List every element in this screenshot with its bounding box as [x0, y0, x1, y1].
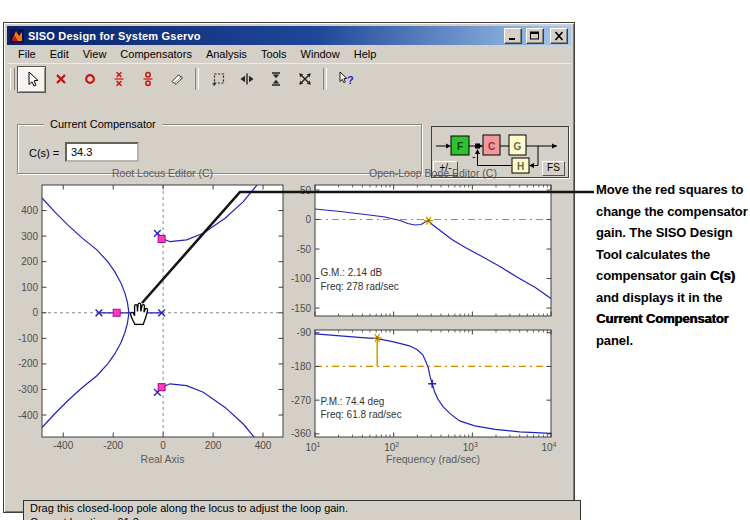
panel-legend: Current Compensator — [44, 118, 162, 130]
sum-junction — [475, 144, 480, 149]
add-real-pole-button[interactable] — [46, 66, 75, 93]
close-icon — [553, 31, 565, 41]
add-real-pole-icon — [53, 71, 69, 87]
menu-item-window[interactable]: Window — [294, 46, 347, 62]
status-bar: Drag this closed-loop pole along the loc… — [23, 500, 581, 520]
zoom-box-icon — [210, 71, 226, 87]
status-line-1: Drag this closed-loop pole along the loc… — [30, 502, 574, 516]
toolbar-grip[interactable] — [10, 68, 15, 90]
compensator-equation-label: C(s) = — [29, 147, 59, 159]
loop-structure-button[interactable]: FS — [542, 161, 565, 176]
sensor-label: H — [517, 161, 524, 172]
feedback-sign-label: - — [472, 150, 476, 162]
zoom-y-button[interactable] — [261, 66, 290, 93]
callout-line: Move the red squares to — [596, 179, 750, 201]
context-help-icon: ? — [338, 71, 354, 87]
add-complex-zero-button[interactable] — [133, 66, 162, 93]
callout-line: change the compensator — [596, 201, 750, 223]
menu-item-help[interactable]: Help — [347, 46, 384, 62]
add-real-zero-button[interactable] — [75, 66, 104, 93]
current-compensator-panel: Current Compensator C(s) = — [17, 124, 422, 174]
context-help-button[interactable]: ? — [331, 66, 360, 93]
close-button[interactable] — [550, 28, 568, 44]
compensator-gain-input[interactable] — [65, 142, 139, 162]
matlab-app-icon — [10, 29, 24, 43]
minimize-icon — [507, 31, 519, 41]
menubar: FileEditViewCompensatorsAnalysisToolsWin… — [7, 45, 571, 63]
erase-pole-zero-button[interactable] — [162, 66, 191, 93]
pointer-icon — [24, 71, 40, 87]
add-complex-pole-button[interactable] — [104, 66, 133, 93]
compensator-label: C — [488, 141, 495, 152]
prefilter-label: F — [457, 141, 463, 152]
callout-line: Tool calculates the — [596, 244, 750, 266]
add-complex-zero-icon — [140, 71, 156, 87]
minimize-button[interactable] — [504, 28, 522, 44]
callout-line: and displays it in the — [596, 287, 750, 309]
feedback-sign-button[interactable]: +/- — [433, 161, 458, 176]
toolbar: ? — [7, 63, 571, 94]
status-line-2: Current location: -91.3 — [30, 516, 574, 520]
menu-item-view[interactable]: View — [76, 46, 114, 62]
menu-item-compensators[interactable]: Compensators — [113, 46, 199, 62]
menu-item-analysis[interactable]: Analysis — [199, 46, 254, 62]
callout-line: panel. — [596, 330, 750, 352]
erase-pole-zero-icon — [169, 71, 185, 87]
menu-item-tools[interactable]: Tools — [254, 46, 294, 62]
zoom-x-icon — [239, 71, 255, 87]
zoom-x-button[interactable] — [232, 66, 261, 93]
maximize-icon — [529, 31, 541, 41]
siso-design-window: SISO Design for System Gservo FileEditVi… — [3, 22, 575, 513]
svg-text:?: ? — [347, 74, 354, 86]
callout-text: Move the red squares tochange the compen… — [596, 179, 750, 351]
callout-line: compensator gain C(s) — [596, 265, 750, 287]
menu-item-edit[interactable]: Edit — [43, 46, 76, 62]
callout-line: Current Compensator — [596, 308, 750, 330]
titlebar[interactable]: SISO Design for System Gservo — [7, 26, 571, 45]
window-title: SISO Design for System Gservo — [28, 30, 500, 42]
zoom-out-button[interactable] — [290, 66, 319, 93]
maximize-button[interactable] — [526, 28, 544, 44]
loop-structure-panel: - F C G H +/- FS — [431, 126, 569, 178]
zoom-box-button[interactable] — [203, 66, 232, 93]
toolbar-separator — [323, 68, 327, 90]
add-real-zero-icon — [82, 71, 98, 87]
plant-label: G — [514, 141, 522, 152]
callout-line: gain. The SISO Design — [596, 222, 750, 244]
add-complex-pole-icon — [111, 71, 127, 87]
toolbar-separator — [195, 68, 199, 90]
zoom-out-icon — [297, 71, 313, 87]
zoom-y-icon — [268, 71, 284, 87]
pointer-button[interactable] — [17, 66, 46, 93]
menu-item-file[interactable]: File — [11, 46, 43, 62]
